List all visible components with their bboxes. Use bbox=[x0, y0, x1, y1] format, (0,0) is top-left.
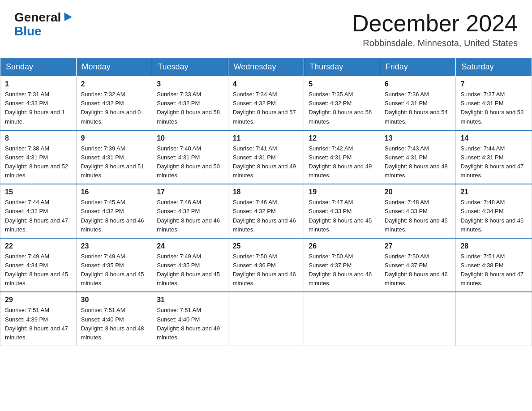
daylight-label: Daylight: 8 hours and 45 minutes. bbox=[157, 271, 220, 287]
sunset-label: Sunset: 4:31 PM bbox=[460, 154, 503, 161]
logo-line2: Blue bbox=[14, 25, 42, 39]
sunrise-label: Sunrise: 7:51 AM bbox=[5, 307, 49, 313]
sunrise-label: Sunrise: 7:40 AM bbox=[157, 145, 201, 152]
day-number: 20 bbox=[385, 188, 451, 196]
day-info: Sunrise: 7:49 AM Sunset: 4:35 PM Dayligh… bbox=[81, 252, 148, 288]
sunset-label: Sunset: 4:40 PM bbox=[157, 316, 200, 323]
sunset-label: Sunset: 4:31 PM bbox=[385, 100, 428, 107]
daylight-label: Daylight: 8 hours and 49 minutes. bbox=[233, 163, 296, 179]
sunrise-label: Sunrise: 7:48 AM bbox=[385, 199, 429, 206]
table-row bbox=[228, 292, 304, 346]
day-number: 11 bbox=[233, 134, 300, 142]
day-info: Sunrise: 7:51 AM Sunset: 4:39 PM Dayligh… bbox=[5, 306, 72, 342]
table-row: 10 Sunrise: 7:40 AM Sunset: 4:31 PM Dayl… bbox=[152, 130, 228, 184]
sunrise-label: Sunrise: 7:49 AM bbox=[5, 253, 49, 260]
table-row: 4 Sunrise: 7:34 AM Sunset: 4:32 PM Dayli… bbox=[228, 77, 304, 130]
calendar-week-row: 22 Sunrise: 7:49 AM Sunset: 4:34 PM Dayl… bbox=[0, 238, 532, 292]
day-number: 27 bbox=[385, 242, 451, 250]
table-row: 5 Sunrise: 7:35 AM Sunset: 4:32 PM Dayli… bbox=[304, 77, 380, 130]
daylight-label: Daylight: 8 hours and 48 minutes. bbox=[81, 325, 144, 341]
daylight-label: Daylight: 8 hours and 50 minutes. bbox=[157, 163, 220, 179]
location: Robbinsdale, Minnesota, United States bbox=[352, 38, 518, 48]
day-info: Sunrise: 7:41 AM Sunset: 4:31 PM Dayligh… bbox=[233, 144, 300, 180]
day-info: Sunrise: 7:39 AM Sunset: 4:31 PM Dayligh… bbox=[81, 144, 148, 180]
col-saturday: Saturday bbox=[456, 58, 532, 77]
table-row: 15 Sunrise: 7:44 AM Sunset: 4:32 PM Dayl… bbox=[0, 184, 77, 238]
table-row: 2 Sunrise: 7:32 AM Sunset: 4:32 PM Dayli… bbox=[76, 77, 152, 130]
calendar-table: Sunday Monday Tuesday Wednesday Thursday… bbox=[0, 57, 532, 346]
sunset-label: Sunset: 4:34 PM bbox=[460, 208, 503, 214]
col-monday: Monday bbox=[76, 58, 152, 77]
sunset-label: Sunset: 4:31 PM bbox=[385, 154, 428, 161]
sunset-label: Sunset: 4:37 PM bbox=[385, 262, 428, 269]
calendar-week-row: 8 Sunrise: 7:38 AM Sunset: 4:31 PM Dayli… bbox=[0, 130, 532, 184]
sunrise-label: Sunrise: 7:49 AM bbox=[157, 253, 201, 260]
sunrise-label: Sunrise: 7:45 AM bbox=[81, 199, 125, 206]
daylight-label: Daylight: 8 hours and 47 minutes. bbox=[460, 163, 523, 179]
day-number: 24 bbox=[157, 242, 223, 250]
table-row: 3 Sunrise: 7:33 AM Sunset: 4:32 PM Dayli… bbox=[152, 77, 228, 130]
sunset-label: Sunset: 4:32 PM bbox=[5, 208, 48, 214]
table-row: 19 Sunrise: 7:47 AM Sunset: 4:33 PM Dayl… bbox=[304, 184, 380, 238]
daylight-label: Daylight: 8 hours and 45 minutes. bbox=[385, 217, 448, 233]
daylight-label: Daylight: 9 hours and 0 minutes. bbox=[81, 109, 141, 124]
table-row: 7 Sunrise: 7:37 AM Sunset: 4:31 PM Dayli… bbox=[456, 77, 532, 130]
sunset-label: Sunset: 4:39 PM bbox=[5, 316, 48, 323]
day-info: Sunrise: 7:51 AM Sunset: 4:40 PM Dayligh… bbox=[157, 306, 223, 342]
day-info: Sunrise: 7:37 AM Sunset: 4:31 PM Dayligh… bbox=[460, 90, 527, 126]
day-info: Sunrise: 7:46 AM Sunset: 4:32 PM Dayligh… bbox=[157, 198, 223, 234]
table-row: 24 Sunrise: 7:49 AM Sunset: 4:35 PM Dayl… bbox=[152, 238, 228, 292]
day-number: 15 bbox=[5, 188, 72, 196]
day-number: 13 bbox=[385, 134, 451, 142]
page-wrapper: General Blue December 2024 Robbinsdale, … bbox=[0, 0, 532, 346]
sunrise-label: Sunrise: 7:48 AM bbox=[460, 199, 505, 206]
logo: General Blue bbox=[14, 11, 71, 39]
sunset-label: Sunset: 4:33 PM bbox=[5, 100, 48, 107]
day-number: 14 bbox=[460, 134, 527, 142]
table-row: 12 Sunrise: 7:42 AM Sunset: 4:31 PM Dayl… bbox=[304, 130, 380, 184]
sunset-label: Sunset: 4:33 PM bbox=[385, 208, 428, 214]
calendar-week-row: 29 Sunrise: 7:51 AM Sunset: 4:39 PM Dayl… bbox=[0, 292, 532, 346]
daylight-label: Daylight: 8 hours and 46 minutes. bbox=[385, 271, 448, 287]
sunrise-label: Sunrise: 7:38 AM bbox=[5, 145, 49, 152]
sunrise-label: Sunrise: 7:36 AM bbox=[385, 91, 429, 98]
daylight-label: Daylight: 8 hours and 49 minutes. bbox=[157, 325, 220, 341]
day-info: Sunrise: 7:49 AM Sunset: 4:35 PM Dayligh… bbox=[157, 252, 223, 288]
table-row: 29 Sunrise: 7:51 AM Sunset: 4:39 PM Dayl… bbox=[0, 292, 77, 346]
day-info: Sunrise: 7:51 AM Sunset: 4:40 PM Dayligh… bbox=[81, 306, 148, 342]
sunrise-label: Sunrise: 7:41 AM bbox=[233, 145, 277, 152]
logo-general-text: General bbox=[14, 10, 61, 24]
day-number: 26 bbox=[309, 242, 375, 250]
month-title: December 2024 bbox=[352, 11, 518, 36]
sunrise-label: Sunrise: 7:50 AM bbox=[385, 253, 429, 260]
table-row: 16 Sunrise: 7:45 AM Sunset: 4:32 PM Dayl… bbox=[76, 184, 152, 238]
sunrise-label: Sunrise: 7:50 AM bbox=[309, 253, 353, 260]
sunrise-label: Sunrise: 7:46 AM bbox=[157, 199, 201, 206]
sunset-label: Sunset: 4:31 PM bbox=[460, 100, 503, 107]
day-number: 12 bbox=[309, 134, 375, 142]
calendar-week-row: 1 Sunrise: 7:31 AM Sunset: 4:33 PM Dayli… bbox=[0, 77, 532, 130]
sunrise-label: Sunrise: 7:50 AM bbox=[233, 253, 277, 260]
daylight-label: Daylight: 8 hours and 47 minutes. bbox=[460, 271, 523, 287]
table-row bbox=[456, 292, 532, 346]
day-info: Sunrise: 7:36 AM Sunset: 4:31 PM Dayligh… bbox=[385, 90, 451, 126]
sunrise-label: Sunrise: 7:47 AM bbox=[309, 199, 353, 206]
day-number: 30 bbox=[81, 296, 148, 304]
title-block: December 2024 Robbinsdale, Minnesota, Un… bbox=[352, 11, 518, 48]
daylight-label: Daylight: 8 hours and 47 minutes. bbox=[5, 217, 68, 233]
table-row: 1 Sunrise: 7:31 AM Sunset: 4:33 PM Dayli… bbox=[0, 77, 77, 130]
table-row: 14 Sunrise: 7:44 AM Sunset: 4:31 PM Dayl… bbox=[456, 130, 532, 184]
table-row: 13 Sunrise: 7:43 AM Sunset: 4:31 PM Dayl… bbox=[380, 130, 456, 184]
day-number: 5 bbox=[309, 80, 375, 88]
day-number: 19 bbox=[309, 188, 375, 196]
day-info: Sunrise: 7:47 AM Sunset: 4:33 PM Dayligh… bbox=[309, 198, 375, 234]
day-info: Sunrise: 7:49 AM Sunset: 4:34 PM Dayligh… bbox=[5, 252, 72, 288]
day-info: Sunrise: 7:48 AM Sunset: 4:34 PM Dayligh… bbox=[460, 198, 527, 234]
day-number: 3 bbox=[157, 80, 223, 88]
table-row: 30 Sunrise: 7:51 AM Sunset: 4:40 PM Dayl… bbox=[76, 292, 152, 346]
header: General Blue December 2024 Robbinsdale, … bbox=[0, 0, 532, 54]
sunset-label: Sunset: 4:31 PM bbox=[309, 154, 352, 161]
sunset-label: Sunset: 4:32 PM bbox=[81, 208, 124, 214]
sunrise-label: Sunrise: 7:37 AM bbox=[460, 91, 505, 98]
daylight-label: Daylight: 8 hours and 46 minutes. bbox=[233, 217, 296, 233]
